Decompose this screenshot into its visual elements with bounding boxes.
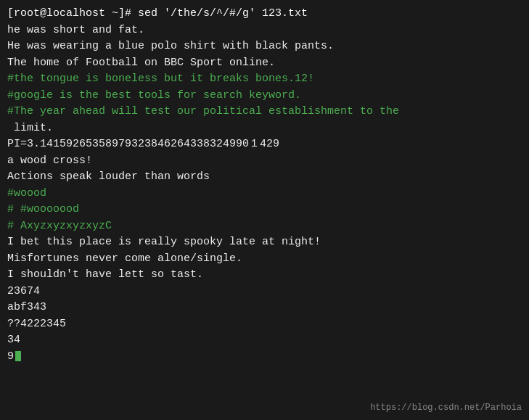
output-line: # #wooooood xyxy=(7,202,522,218)
output-line: a wood cross! xyxy=(7,153,522,170)
output-line: #google is the best tools for search key… xyxy=(7,88,522,104)
output-line: he was short and fat. xyxy=(7,22,522,39)
output-line: PI=3.14159265358979323846264338324990１42… xyxy=(7,136,522,153)
output-line: #The year ahead will test our political … xyxy=(7,104,522,120)
output-line: limit. xyxy=(7,120,522,137)
output-line: 23674 xyxy=(7,284,522,300)
output-line: The home of Football on BBC Sport online… xyxy=(7,55,522,72)
terminal: [root@localhost ~]# sed '/the/s/^/#/g' 1… xyxy=(0,0,529,420)
output-line: He was wearing a blue polo shirt with bl… xyxy=(7,38,522,55)
output-line: I shouldn't have lett so tast. xyxy=(7,267,522,284)
output-container: he was short and fat.He was wearing a bl… xyxy=(7,22,522,366)
output-line: #the tongue is boneless but it breaks bo… xyxy=(7,71,522,88)
output-line: #woood xyxy=(7,186,522,202)
output-line: # AxyzxyzxyzxyzC xyxy=(7,218,522,235)
prompt-line: [root@localhost ~]# sed '/the/s/^/#/g' 1… xyxy=(7,6,522,22)
output-line: 34 xyxy=(7,332,522,349)
output-line: 9 xyxy=(7,349,522,366)
watermark: https://blog.csdn.net/Parhoia xyxy=(370,403,522,413)
terminal-cursor xyxy=(15,351,21,361)
output-line: abf343 xyxy=(7,300,522,316)
output-line: Misfortunes never come alone/single. xyxy=(7,251,522,268)
output-line: I bet this place is really spooky late a… xyxy=(7,234,522,251)
output-line: Actions speak louder than words xyxy=(7,169,522,186)
output-line: ??4222345 xyxy=(7,316,522,333)
